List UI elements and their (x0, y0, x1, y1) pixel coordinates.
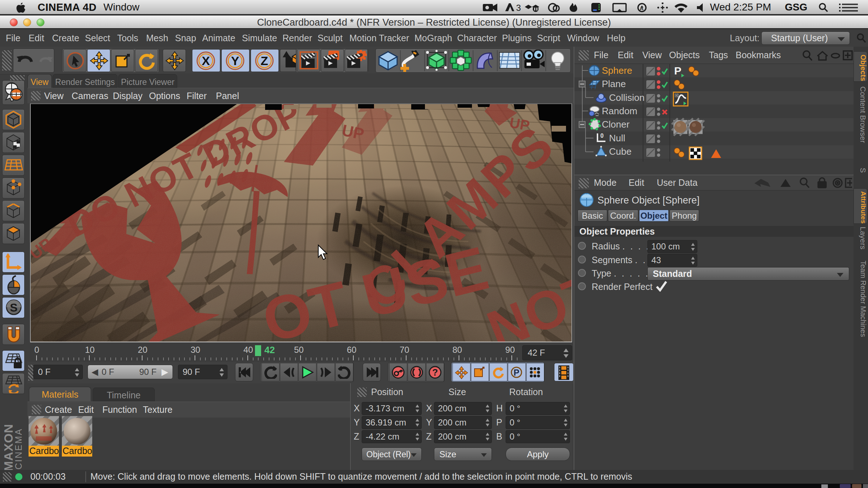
svg-text:3: 3 (516, 3, 521, 13)
svg-text:P: P (514, 368, 519, 377)
svg-text:Z: Z (261, 54, 268, 68)
svg-text:Plane: Plane (602, 78, 626, 89)
svg-text:30: 30 (191, 345, 200, 355)
svg-text:A: A (640, 5, 643, 11)
svg-text:Collision: Collision (609, 92, 644, 103)
svg-text:?: ? (432, 367, 438, 378)
svg-text:40: 40 (243, 345, 253, 355)
svg-text:50: 50 (294, 345, 304, 355)
svg-text:X: X (202, 54, 210, 68)
svg-text:20: 20 (138, 345, 148, 355)
svg-text:Cloner: Cloner (602, 119, 630, 130)
svg-text:Random: Random (602, 106, 637, 116)
svg-text:D: D (675, 94, 678, 98)
svg-text:Y: Y (231, 54, 239, 68)
svg-text:60: 60 (347, 345, 357, 355)
svg-text:Cube: Cube (609, 146, 631, 157)
svg-text:80: 80 (452, 345, 462, 355)
svg-text:0: 0 (34, 345, 39, 355)
svg-text:Sphere: Sphere (602, 65, 632, 76)
svg-text:S: S (10, 301, 17, 314)
svg-text:90: 90 (505, 345, 515, 355)
svg-text:P: P (674, 65, 681, 77)
svg-text:70: 70 (400, 345, 409, 355)
svg-text:Null: Null (609, 133, 625, 144)
svg-text:42: 42 (264, 344, 275, 355)
svg-text:0: 0 (600, 133, 604, 139)
svg-text:10: 10 (85, 345, 95, 355)
